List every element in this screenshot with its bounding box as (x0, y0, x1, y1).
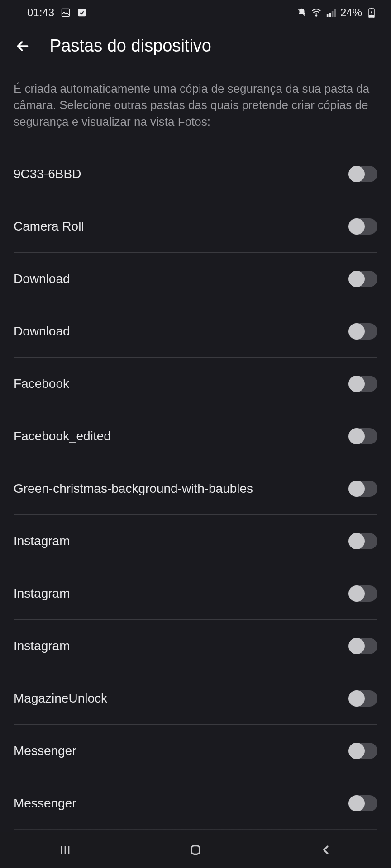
folder-item[interactable]: Instagram (14, 515, 377, 567)
back-button[interactable] (14, 37, 32, 55)
toggle-knob (348, 585, 365, 602)
toggle-knob (348, 533, 365, 549)
folder-name-label: Facebook_edited (14, 429, 111, 443)
battery-icon (367, 8, 377, 18)
toggle-knob (348, 743, 365, 759)
folder-toggle[interactable] (349, 428, 377, 444)
folder-name-label: Instagram (14, 534, 70, 548)
folder-toggle[interactable] (349, 218, 377, 235)
toggle-knob (348, 166, 365, 182)
app-header: Pastas do dispositivo (0, 25, 391, 67)
page-description: É criada automaticamente uma cópia de se… (0, 67, 391, 148)
folder-item[interactable]: Facebook_edited (14, 410, 377, 462)
folder-toggle[interactable] (349, 166, 377, 182)
folder-item[interactable]: Camera Roll (14, 200, 377, 253)
folder-name-label: Instagram (14, 586, 70, 601)
toggle-knob (348, 218, 365, 235)
folder-toggle[interactable] (349, 376, 377, 392)
home-icon (188, 843, 203, 857)
toggle-knob (348, 481, 365, 497)
folder-name-label: Green-christmas-background-with-baubles (14, 481, 253, 496)
folder-item[interactable]: 9C33-6BBD (14, 148, 377, 200)
folder-item[interactable]: Facebook (14, 358, 377, 410)
folder-name-label: 9C33-6BBD (14, 167, 81, 181)
nav-back-button[interactable] (312, 836, 339, 863)
folder-toggle[interactable] (349, 795, 377, 811)
folder-toggle[interactable] (349, 638, 377, 654)
folder-name-label: Instagram (14, 639, 70, 653)
folder-name-label: Download (14, 324, 70, 339)
svg-point-2 (316, 15, 317, 16)
toggle-knob (348, 376, 365, 392)
status-time: 01:43 (27, 6, 54, 19)
toggle-knob (348, 323, 365, 340)
folder-name-label: Messenger (14, 744, 76, 758)
folder-toggle[interactable] (349, 690, 377, 707)
toggle-knob (348, 690, 365, 707)
svg-rect-13 (191, 846, 200, 854)
svg-rect-9 (369, 15, 374, 17)
recent-icon (58, 843, 72, 857)
folder-toggle[interactable] (349, 533, 377, 549)
nav-home-button[interactable] (182, 836, 209, 863)
folder-toggle[interactable] (349, 585, 377, 602)
folder-name-label: Messenger (14, 796, 76, 811)
page-title: Pastas do dispositivo (50, 36, 211, 56)
folder-toggle[interactable] (349, 743, 377, 759)
folder-list: 9C33-6BBDCamera RollDownloadDownloadFace… (0, 148, 391, 830)
toggle-knob (348, 795, 365, 811)
status-bar: 01:43 24% (0, 0, 391, 25)
svg-rect-3 (327, 14, 329, 16)
folder-item[interactable]: Instagram (14, 620, 377, 672)
checkbox-icon (77, 8, 87, 18)
folder-toggle[interactable] (349, 323, 377, 340)
svg-rect-8 (371, 8, 372, 9)
svg-rect-6 (334, 9, 336, 16)
toggle-knob (348, 271, 365, 287)
folder-item[interactable]: Messenger (14, 725, 377, 777)
folder-item[interactable]: MagazineUnlock (14, 672, 377, 725)
navigation-bar (0, 832, 391, 868)
battery-text: 24% (340, 6, 362, 19)
folder-item[interactable]: Green-christmas-background-with-baubles (14, 462, 377, 515)
folder-item[interactable]: Instagram (14, 567, 377, 620)
status-left: 01:43 (27, 6, 87, 19)
back-icon (319, 843, 333, 857)
mute-icon (297, 8, 307, 18)
folder-item[interactable]: Download (14, 305, 377, 358)
svg-rect-4 (329, 13, 331, 17)
folder-item[interactable]: Download (14, 253, 377, 305)
folder-name-label: MagazineUnlock (14, 691, 107, 706)
nav-recent-button[interactable] (52, 836, 79, 863)
gallery-icon (61, 8, 71, 18)
toggle-knob (348, 638, 365, 654)
folder-toggle[interactable] (349, 271, 377, 287)
folder-item[interactable]: Messenger (14, 777, 377, 830)
wifi-icon (311, 8, 321, 18)
arrow-left-icon (14, 38, 31, 54)
folder-name-label: Download (14, 272, 70, 286)
toggle-knob (348, 428, 365, 444)
signal-icon (326, 8, 336, 18)
svg-rect-5 (332, 11, 334, 17)
folder-toggle[interactable] (349, 481, 377, 497)
folder-name-label: Facebook (14, 377, 69, 391)
folder-name-label: Camera Roll (14, 219, 84, 234)
status-right: 24% (297, 6, 377, 19)
